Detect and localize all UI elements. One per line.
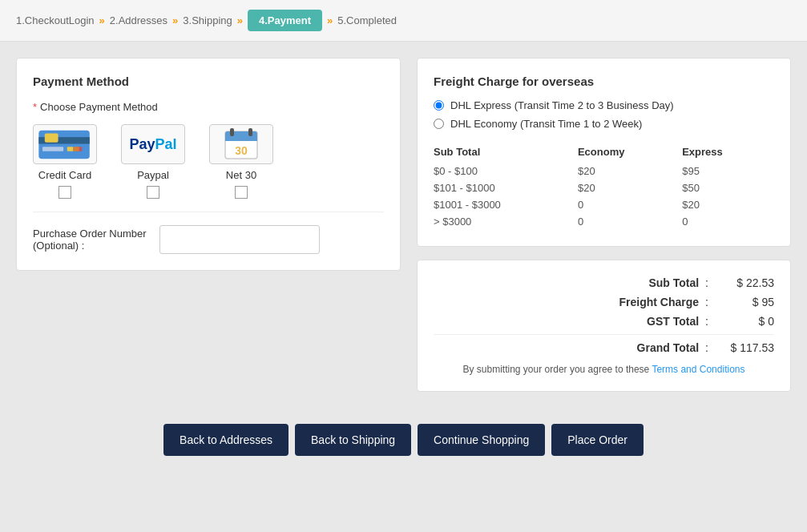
- grand-total-value: $ 117.53: [718, 341, 774, 354]
- svg-rect-11: [248, 128, 252, 136]
- dhl-express-label: DHL Express (Transit Time 2 to 3 Busines…: [450, 99, 674, 111]
- payment-option-paypal: PayPal Paypal: [121, 124, 185, 199]
- dhl-economy-option[interactable]: DHL Economy (Transit Time 1 to 2 Week): [434, 118, 774, 130]
- required-symbol: *: [33, 101, 37, 113]
- freight-table: Sub Total Economy Express $0 - $100 $20 …: [434, 143, 774, 230]
- purchase-order-row: Purchase Order Number(Optional) :: [33, 225, 384, 254]
- summary-area: Sub Total : $ 22.53 Freight Charge : $ 9…: [417, 260, 791, 392]
- right-panel: Freight Charge for overseas DHL Express …: [417, 58, 791, 392]
- choose-payment-label: *Choose Payment Method: [33, 101, 384, 113]
- table-row: $101 - $1000 $20 $50: [434, 179, 774, 196]
- eco-4: 0: [578, 213, 682, 230]
- col-subtotal: Sub Total: [434, 143, 578, 163]
- eco-2: $20: [578, 179, 682, 196]
- paypal-checkbox[interactable]: [147, 186, 159, 199]
- gst-value: $ 0: [718, 315, 774, 328]
- dhl-express-radio[interactable]: [434, 100, 444, 111]
- range-1: $0 - $100: [434, 163, 578, 179]
- footer-buttons: Back to Addresses Back to Shipping Conti…: [0, 408, 807, 472]
- dhl-economy-label: DHL Economy (Transit Time 1 to 2 Week): [450, 118, 642, 130]
- paypal-icon-box[interactable]: PayPal: [121, 124, 185, 164]
- dhl-express-option[interactable]: DHL Express (Transit Time 2 to 3 Busines…: [434, 99, 774, 111]
- step-4: 4.Payment: [248, 10, 322, 31]
- terms-link[interactable]: Terms and Conditions: [652, 364, 744, 375]
- payment-option-net30: 30 Net 30: [209, 124, 273, 199]
- arrow-3: »: [237, 14, 243, 26]
- exp-3: $20: [682, 196, 774, 213]
- po-input[interactable]: [159, 225, 320, 254]
- freight-card: Freight Charge for overseas DHL Express …: [417, 58, 791, 247]
- range-2: $101 - $1000: [434, 179, 578, 196]
- subtotal-value: $ 22.53: [718, 276, 774, 289]
- back-to-addresses-button[interactable]: Back to Addresses: [163, 424, 289, 456]
- step-3[interactable]: 3.Shipping: [183, 14, 232, 26]
- paypal-icon: PayPal: [129, 136, 176, 153]
- eco-3: 0: [578, 196, 682, 213]
- step-1[interactable]: 1.CheckoutLogin: [16, 14, 95, 26]
- svg-rect-6: [73, 147, 79, 151]
- continue-shopping-button[interactable]: Continue Shopping: [418, 424, 545, 456]
- credit-card-checkbox[interactable]: [59, 186, 71, 199]
- freight-value: $ 95: [718, 296, 774, 308]
- payment-option-credit-card: Credit Card: [33, 124, 97, 199]
- svg-rect-4: [67, 147, 73, 151]
- exp-2: $50: [682, 179, 774, 196]
- left-panel: Payment Method *Choose Payment Method: [16, 58, 401, 392]
- terms-row: By submitting your order you agree to th…: [434, 364, 774, 375]
- payment-methods-row: Credit Card PayPal Paypal: [33, 124, 384, 199]
- arrow-4: »: [327, 14, 333, 26]
- net30-label: Net 30: [226, 169, 256, 181]
- subtotal-row: Sub Total : $ 22.53: [434, 276, 774, 289]
- eco-1: $20: [578, 163, 682, 179]
- col-economy: Economy: [578, 143, 682, 163]
- paypal-label: Paypal: [137, 169, 169, 181]
- exp-4: 0: [682, 213, 774, 230]
- svg-rect-10: [230, 128, 234, 136]
- payment-method-card: Payment Method *Choose Payment Method: [16, 58, 401, 271]
- arrow-2: »: [172, 14, 178, 26]
- grand-total-row: Grand Total : $ 117.53: [434, 341, 774, 354]
- svg-rect-9: [225, 139, 257, 141]
- freight-label: Freight Charge: [595, 296, 699, 308]
- calendar-icon: 30: [224, 127, 259, 162]
- credit-card-label: Credit Card: [38, 169, 91, 181]
- freight-title: Freight Charge for overseas: [434, 75, 774, 88]
- gst-label: GST Total: [595, 315, 699, 328]
- terms-prefix: By submitting your order you agree to th…: [463, 364, 652, 375]
- summary-divider: [434, 334, 774, 335]
- grand-total-label: Grand Total: [595, 341, 699, 354]
- card-separator: [33, 212, 384, 212]
- back-to-shipping-button[interactable]: Back to Shipping: [295, 424, 411, 456]
- table-row: $0 - $100 $20 $95: [434, 163, 774, 179]
- credit-card-icon: [37, 127, 93, 161]
- credit-card-icon-box[interactable]: [33, 124, 97, 164]
- table-row: $1001 - $3000 0 $20: [434, 196, 774, 213]
- svg-rect-3: [45, 133, 59, 142]
- payment-card-title: Payment Method: [33, 75, 384, 88]
- arrow-1: »: [99, 14, 105, 26]
- freight-row: Freight Charge : $ 95: [434, 296, 774, 308]
- net30-icon-box[interactable]: 30: [209, 124, 273, 164]
- exp-1: $95: [682, 163, 774, 179]
- svg-rect-2: [42, 147, 63, 151]
- svg-text:30: 30: [235, 144, 248, 157]
- step-5: 5.Completed: [337, 14, 397, 26]
- net30-checkbox[interactable]: [235, 186, 248, 199]
- po-label: Purchase Order Number(Optional) :: [33, 228, 147, 252]
- breadcrumb: 1.CheckoutLogin » 2.Addresses » 3.Shippi…: [0, 0, 807, 42]
- place-order-button[interactable]: Place Order: [551, 424, 644, 456]
- col-express: Express: [682, 143, 774, 163]
- step-2[interactable]: 2.Addresses: [110, 14, 167, 26]
- gst-row: GST Total : $ 0: [434, 315, 774, 328]
- table-row: > $3000 0 0: [434, 213, 774, 230]
- subtotal-label: Sub Total: [595, 276, 699, 289]
- dhl-economy-radio[interactable]: [434, 119, 444, 129]
- range-3: $1001 - $3000: [434, 196, 578, 213]
- range-4: > $3000: [434, 213, 578, 230]
